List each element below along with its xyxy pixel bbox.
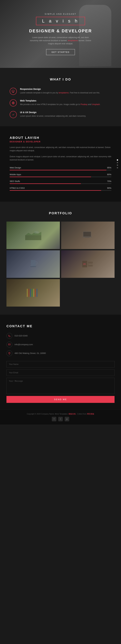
contact-name-input[interactable] (6, 361, 115, 368)
svg-rect-10 (83, 232, 91, 236)
skill-bar-fill-web-design (10, 170, 106, 170)
web-templates-text: Web Templates We provide a lot of new HT… (20, 100, 100, 106)
nav-dot-1[interactable] (117, 159, 118, 161)
web-templates-desc: We provide a lot of new HTML5 templates … (20, 103, 100, 106)
footer-social-links: f t p (6, 417, 115, 421)
about-subtitle: DESIGNER & DEVELOPER (10, 140, 111, 143)
facebook-icon[interactable]: f (52, 417, 56, 421)
skill-label-html5: HTML5 & CSS3 (10, 187, 24, 189)
skill-bar-bg-html5 (10, 190, 111, 191)
nav-dot-2[interactable] (117, 162, 118, 163)
svg-rect-22 (30, 289, 31, 297)
responsive-desc: Lavish website template is brought to yo… (20, 91, 100, 94)
contact-info: 010-020-0340 info@company.com 480 Old Wa… (6, 333, 115, 356)
twitter-icon[interactable]: t (58, 417, 63, 421)
portfolio-image-landscape (6, 222, 60, 249)
skill-seo: SEO Stuffs 70% (10, 180, 111, 184)
contact-phone-item: 010-020-0340 (6, 333, 115, 339)
hero-logo-text: L a v i s h (42, 18, 79, 24)
contact-email-text: info@company.com (14, 343, 33, 346)
what-items-list: Responsive Design Lavish website templat… (10, 88, 111, 118)
nav-dots (117, 159, 118, 168)
nav-dot-3[interactable] (117, 164, 118, 166)
get-started-button[interactable]: Get Started (46, 49, 75, 55)
portfolio-image-brand: 2K brand (61, 250, 115, 278)
hero-logo-box: L a v i s h (36, 17, 85, 25)
skill-pct-web-design: 95% (107, 166, 111, 169)
skill-pct-html5: 90% (107, 187, 111, 189)
skill-bar-bg-mobile-apps (10, 177, 111, 177)
location-icon (6, 350, 12, 356)
templatemo-link[interactable]: templatemo (59, 92, 69, 94)
portfolio-image-pencils (6, 279, 60, 306)
footer-link-1[interactable]: 模板在线 (69, 413, 76, 415)
about-desc-1: Lorem ipsum dolor sit amet, consectetuer… (10, 146, 111, 152)
responsive-title: Responsive Design (20, 88, 100, 90)
what-item-ui-ux: UI & UX Design Lorem ipsum dolor sit ame… (10, 111, 111, 118)
skill-label-seo: SEO Stuffs (10, 180, 20, 182)
send-me-button[interactable]: SEND ME (6, 396, 115, 403)
skill-bar-bg-seo (10, 184, 111, 184)
contact-title: CONTACT ME (6, 324, 115, 328)
hero-content: Simple and Elegant L a v i s h DESIGNER … (28, 13, 93, 55)
svg-rect-26 (36, 289, 37, 297)
skill-label-mobile-apps: Mobile Apps (10, 173, 21, 176)
hero-link[interactable]: templatemo (68, 40, 78, 42)
portfolio-title: PORTFOLIO (6, 212, 115, 215)
ui-ux-title: UI & UX Design (20, 111, 86, 114)
contact-email-input[interactable] (6, 370, 115, 376)
pinterest-icon[interactable]: p (65, 417, 69, 421)
what-i-do-section: WHAT I DO Responsive Design Lavish websi… (0, 68, 121, 126)
web-templates-title: Web Templates (20, 100, 100, 102)
portfolio-image-laptop (61, 222, 115, 249)
what-item-responsive: Responsive Design Lavish website templat… (10, 88, 111, 95)
footer-link-2[interactable]: 网页模板 (87, 413, 94, 415)
portfolio-item-1[interactable] (6, 222, 60, 249)
skill-pct-seo: 70% (107, 180, 111, 182)
skill-bar-bg-web-design (10, 170, 111, 170)
about-desc-2: Dolore magna aliquam erat volutpat. Lore… (10, 155, 111, 162)
portfolio-item-4[interactable]: 2K brand (61, 250, 115, 278)
portfolio-item-3[interactable] (6, 250, 60, 278)
portfolio-item-5[interactable] (6, 279, 60, 306)
svg-rect-21 (28, 289, 29, 297)
about-section: ABOUT LAVISH DESIGNER & DEVELOPER Lorem … (0, 126, 121, 202)
footer: Copyright © 2024 Company Name. More Temp… (0, 409, 121, 424)
nav-dot-4[interactable] (117, 167, 118, 168)
skill-web-design: Web Design 95% (10, 166, 111, 170)
email-icon (6, 342, 12, 348)
unsplash-link[interactable]: Unsplash (92, 103, 100, 106)
what-item-web-templates: Web Templates We provide a lot of new HT… (10, 100, 111, 106)
pixabay-link[interactable]: Pixabay (81, 103, 87, 106)
svg-point-28 (9, 352, 10, 353)
portfolio-image-cup (6, 250, 60, 278)
hero-subtitle: Simple and Elegant (28, 13, 93, 15)
portfolio-item-2[interactable] (61, 222, 115, 249)
skill-label-web-design: Web Design (10, 166, 21, 169)
skill-mobile-apps: Mobile Apps 80% (10, 173, 111, 177)
footer-copyright: Copyright © 2024 Company Name. More Temp… (6, 413, 115, 415)
svg-text:2K: 2K (83, 263, 86, 265)
ui-ux-desc: Lorem ipsum dolor sit amet, consectetuer… (20, 114, 86, 118)
skills-list: Web Design 95% Mobile Apps 80% SEO Stuff… (10, 166, 111, 191)
skill-bar-fill-mobile-apps (10, 177, 91, 177)
contact-message-input[interactable] (6, 378, 115, 394)
svg-rect-12 (85, 238, 90, 238)
ui-ux-text: UI & UX Design Lorem ipsum dolor sit ame… (20, 111, 86, 118)
responsive-icon (10, 88, 17, 95)
svg-rect-20 (27, 289, 28, 297)
svg-rect-11 (82, 237, 92, 238)
svg-rect-24 (33, 289, 34, 297)
svg-point-8 (34, 231, 39, 234)
skill-bar-fill-seo (10, 184, 81, 184)
phone-icon (6, 333, 12, 339)
svg-rect-13 (31, 260, 36, 266)
about-title: ABOUT LAVISH (10, 136, 111, 140)
svg-rect-23 (32, 289, 33, 297)
ui-ux-icon (10, 111, 17, 118)
contact-address-item: 480 Old Waking Street, GL 18080 (6, 350, 115, 356)
hero-section: Simple and Elegant L a v i s h DESIGNER … (0, 0, 121, 68)
contact-email-item: info@company.com (6, 342, 115, 348)
what-i-do-title: WHAT I DO (10, 78, 111, 81)
responsive-text: Responsive Design Lavish website templat… (20, 88, 100, 94)
